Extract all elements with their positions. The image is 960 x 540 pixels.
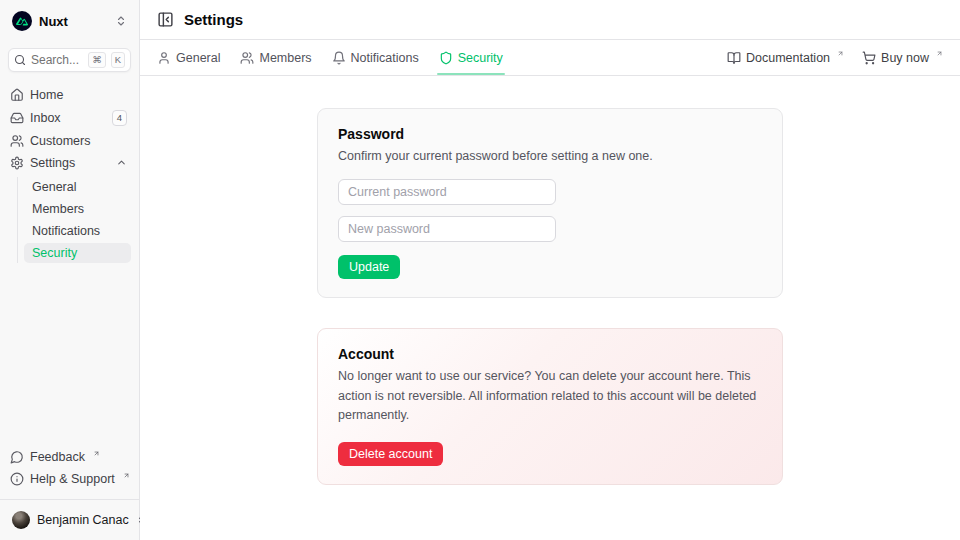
buy-now-link[interactable]: Buy now — [862, 51, 943, 65]
account-card-title: Account — [338, 346, 762, 362]
users-icon — [240, 51, 254, 65]
tabbar-actions: Documentation Buy now — [727, 40, 943, 75]
footer-item-label: Feedback — [30, 450, 85, 464]
update-password-button[interactable]: Update — [338, 255, 400, 279]
security-settings-content: Password Confirm your current password b… — [140, 76, 960, 540]
sidebar-nav: Home Inbox 4 Customers Settings General … — [8, 85, 131, 263]
inbox-icon — [10, 111, 24, 125]
search-input[interactable]: Search... ⌘ K — [8, 48, 131, 72]
kbd-cmd: ⌘ — [88, 52, 106, 68]
sidebar-item-home[interactable]: Home — [8, 85, 131, 105]
password-card-description: Confirm your current password before set… — [338, 147, 762, 166]
sidebar-subitem-general[interactable]: General — [24, 177, 131, 197]
inbox-count-badge: 4 — [112, 110, 127, 126]
panel-left-close-icon[interactable] — [157, 11, 174, 28]
workspace-name: Nuxt — [39, 14, 68, 29]
sidebar-subitem-notifications[interactable]: Notifications — [24, 221, 131, 241]
sidebar: Nuxt Search... ⌘ K Home Inbox 4 Customer… — [0, 0, 140, 540]
page-header: Settings — [140, 0, 960, 40]
sidebar-footer: Feedback Help & Support Benjamin Canac — [8, 447, 131, 532]
sidebar-subitem-security[interactable]: Security — [24, 243, 131, 263]
user-icon — [157, 51, 171, 65]
tab-general[interactable]: General — [157, 40, 220, 75]
action-label: Documentation — [746, 51, 830, 65]
tab-label: General — [176, 51, 220, 65]
password-card: Password Confirm your current password b… — [317, 108, 783, 298]
tab-label: Security — [458, 51, 503, 65]
feedback-link[interactable]: Feedback — [8, 447, 131, 467]
sidebar-item-label: Settings — [30, 156, 75, 170]
shield-icon — [439, 51, 453, 65]
gear-icon — [10, 156, 24, 170]
account-card: Account No longer want to use our servic… — [317, 328, 783, 484]
action-label: Buy now — [881, 51, 929, 65]
delete-account-button[interactable]: Delete account — [338, 442, 443, 466]
external-link-icon — [837, 50, 844, 57]
external-link-icon — [936, 50, 943, 57]
sidebar-item-settings[interactable]: Settings — [8, 153, 131, 173]
sidebar-item-customers[interactable]: Customers — [8, 131, 131, 151]
kbd-k: K — [111, 52, 125, 68]
tab-label: Members — [259, 51, 311, 65]
nuxt-logo-icon — [12, 11, 32, 31]
documentation-link[interactable]: Documentation — [727, 51, 844, 65]
external-link-icon — [93, 450, 100, 457]
message-circle-icon — [10, 450, 24, 464]
info-icon — [10, 472, 24, 486]
password-card-title: Password — [338, 126, 762, 142]
chevrons-up-down-icon — [115, 15, 127, 27]
main-panel: Settings General Members Notifications S… — [140, 0, 960, 540]
help-support-link[interactable]: Help & Support — [8, 469, 131, 489]
workspace-switcher[interactable]: Nuxt — [8, 8, 131, 34]
users-icon — [10, 134, 24, 148]
new-password-field[interactable] — [338, 216, 556, 242]
avatar — [12, 511, 30, 529]
tab-members[interactable]: Members — [240, 40, 311, 75]
user-menu[interactable]: Benjamin Canac — [8, 502, 131, 532]
page-title: Settings — [184, 11, 243, 28]
external-link-icon — [123, 472, 130, 479]
tab-security[interactable]: Security — [439, 40, 503, 75]
sidebar-subitem-members[interactable]: Members — [24, 199, 131, 219]
sidebar-item-inbox[interactable]: Inbox 4 — [8, 107, 131, 129]
sidebar-item-label: Customers — [30, 134, 90, 148]
shopping-cart-icon — [862, 51, 876, 65]
settings-tabbar: General Members Notifications Security D… — [140, 40, 960, 76]
tab-notifications[interactable]: Notifications — [332, 40, 419, 75]
divider — [0, 499, 139, 500]
book-open-icon — [727, 51, 741, 65]
sidebar-item-label: Inbox — [30, 111, 61, 125]
settings-submenu: General Members Notifications Security — [17, 177, 131, 263]
account-card-description: No longer want to use our service? You c… — [338, 367, 762, 425]
tab-label: Notifications — [351, 51, 419, 65]
current-password-field[interactable] — [338, 179, 556, 205]
user-name: Benjamin Canac — [37, 513, 129, 527]
search-icon — [14, 54, 26, 66]
house-icon — [10, 88, 24, 102]
footer-item-label: Help & Support — [30, 472, 115, 486]
sidebar-item-label: Home — [30, 88, 63, 102]
chevron-up-icon — [116, 157, 127, 168]
bell-icon — [332, 51, 346, 65]
search-placeholder: Search... — [31, 53, 83, 67]
